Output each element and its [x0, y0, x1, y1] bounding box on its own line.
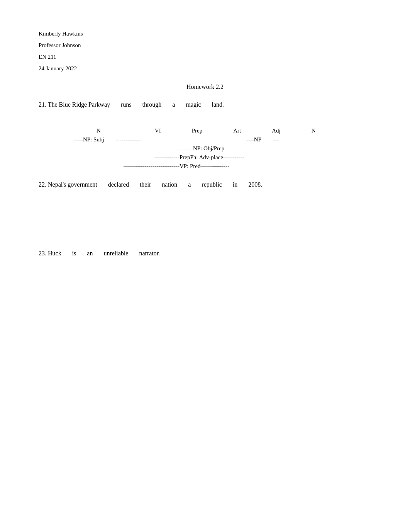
diagram-21: N VI Prep Art Adj N ——-----NP: Subj——---…: [39, 127, 371, 170]
sentence-22: 22. Nepal's government declared their na…: [39, 181, 371, 188]
np-obj-label: --------NP: Obj/Prep–: [178, 145, 227, 152]
author-name: Kimberly Hawkins: [39, 28, 371, 39]
header-info: Kimberly Hawkins Professor Johnson EN 21…: [39, 28, 371, 74]
np-subj-label: ——-----NP: Subj——-------------: [62, 136, 141, 143]
date: 24 January 2022: [39, 63, 371, 74]
professor-name: Professor Johnson: [39, 39, 371, 51]
s22-word-nation: nation: [162, 181, 177, 188]
page: Kimberly Hawkins Professor Johnson EN 21…: [0, 0, 410, 289]
s21-word-magic: magic: [186, 101, 201, 108]
vp-row: ——-----------------------VP: Pred——-----…: [39, 163, 371, 170]
prepph-label: ——-------PrepPh: Adv-place——-----: [154, 154, 244, 161]
sentence-21: 21. The Blue Ridge Parkway runs through …: [39, 101, 371, 108]
sentence-23: 23. Huck is an unreliable narrator.: [39, 250, 371, 257]
s22-word-their: their: [140, 181, 151, 188]
s23-word-narrator: narrator.: [139, 250, 160, 257]
s22-number-phrase: 22. Nepal's government: [39, 181, 97, 188]
s22-word-in: in: [233, 181, 237, 188]
s21-word-runs: runs: [121, 101, 132, 108]
s21-word-land: land.: [212, 101, 224, 108]
pos-row: N VI Prep Art Adj N: [39, 127, 371, 134]
np-obj-row: --------NP: Obj/Prep–: [39, 145, 371, 152]
pos-n2: N: [312, 127, 316, 134]
pos-art: Art: [233, 127, 241, 134]
s22-word-declared: declared: [108, 181, 129, 188]
homework-title: Homework 2.2: [39, 83, 371, 90]
s23-word-an: an: [87, 250, 93, 257]
s23-word-is: is: [72, 250, 76, 257]
pos-adj: Adj: [272, 127, 281, 134]
s22-word-2008: 2008.: [248, 181, 262, 188]
s23-word-unreliable: unreliable: [103, 250, 128, 257]
s22-word-republic: republic: [202, 181, 222, 188]
pos-vi: VI: [155, 127, 161, 134]
np-right-label: ——----NP——---: [235, 136, 348, 143]
s21-number-phrase: 21. The Blue Ridge Parkway: [39, 101, 110, 108]
s23-number-huck: 23. Huck: [39, 250, 61, 257]
s22-word-a: a: [188, 181, 191, 188]
s21-word-through: through: [142, 101, 162, 108]
course-code: EN 211: [39, 51, 371, 63]
pos-n1: N: [97, 127, 101, 134]
s21-word-a: a: [172, 101, 175, 108]
vp-label: ——-----------------------VP: Pred——-----…: [124, 163, 229, 170]
prepph-row: ——-------PrepPh: Adv-place——-----: [39, 154, 371, 161]
pos-prep: Prep: [192, 127, 203, 134]
np-subj-row: ——-----NP: Subj——------------- ——----NP—…: [39, 136, 371, 143]
